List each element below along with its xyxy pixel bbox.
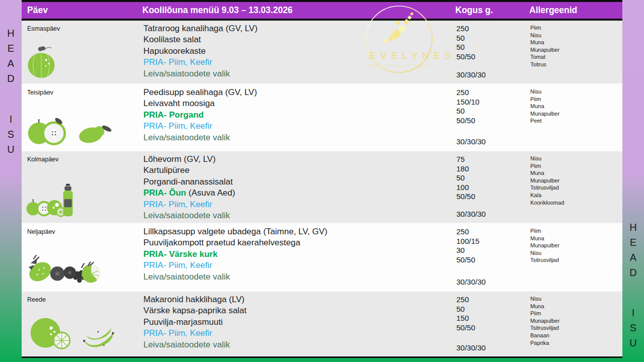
amount-cell: 250505050/5030/30/30 xyxy=(455,21,529,83)
amount-value: 50/50 xyxy=(456,52,529,62)
amount-bread-value: 30/30/30 xyxy=(456,278,529,287)
table-body: Esmaspäev Tatraroog kanalihaga (GV, LV)K… xyxy=(22,21,622,356)
allergens-cell: NisuMunaPiimMunapulberTsitrusviljadBanaa… xyxy=(529,292,622,356)
allergen-item: Tsitrus xyxy=(530,61,622,68)
allergen-item: Muna xyxy=(530,235,622,242)
left-banner: HEAD ISU xyxy=(0,0,22,362)
allergen-item: Tomat xyxy=(530,53,622,61)
menu-item: Kartulipüree xyxy=(143,165,455,176)
menu-item: Hapukoorekaste xyxy=(143,46,455,57)
amount-value: 75 xyxy=(456,155,529,164)
amount-value: 180 xyxy=(456,164,529,174)
allergen-item: Paprika xyxy=(530,339,622,347)
menu-item: Porgandi-ananassisalat xyxy=(143,176,455,188)
banner-letter: A xyxy=(8,58,14,69)
menu-item: Koolilaste salat xyxy=(143,34,455,45)
allergen-item: Kala xyxy=(530,192,622,199)
day-cell: Reede xyxy=(22,292,142,356)
menu-page: HEAD ISU Päev Koolilõuna menüü 9.03 – 13… xyxy=(0,0,644,362)
allergen-item: Nisu xyxy=(530,155,622,162)
amount-value: 30 xyxy=(456,246,529,255)
amount-value: 50 xyxy=(456,43,529,52)
banner-letter: D xyxy=(7,73,14,84)
day-cell: Kolmapäev xyxy=(22,151,142,223)
amount-value: 250 xyxy=(456,227,529,237)
menu-item: PRIA- Õun (Asuva Aed) xyxy=(143,188,455,199)
banner-letter: S xyxy=(630,322,636,334)
menu-item: Puuviljakompott praetud kaerahelvestega xyxy=(143,237,455,248)
day-label: Esmaspäev xyxy=(27,25,142,32)
allergen-item: Nisu xyxy=(530,249,622,257)
menu-item: Tatraroog kanalihaga (GV, LV) xyxy=(143,23,455,34)
amount-cell: 2505015050/5030/30/30 xyxy=(455,292,529,356)
apple-pear-illustration-icon xyxy=(26,108,115,146)
menu-cell: Lõhevorm (GV, LV)KartulipüreePorgandi-an… xyxy=(142,151,455,223)
allergen-item: Koorikloomad xyxy=(530,199,622,207)
allergen-item: Nisu xyxy=(530,32,622,39)
day-label: Kolmapäev xyxy=(27,156,142,163)
menu-item: PRIA- Piim, Keefir xyxy=(143,121,455,132)
amount-bread-value: 30/30/30 xyxy=(456,137,529,147)
menu-cell: Makaronid hakklihaga (LV)Värske kapsa-pa… xyxy=(142,292,455,356)
menu-item-suffix: (Asuva Aed) xyxy=(186,188,235,198)
header-amount: Kogus g. xyxy=(455,5,529,16)
allergen-item: Piim xyxy=(530,24,622,32)
menu-item: Leiva/saiatoodete valik xyxy=(143,272,455,283)
menu-item: Leiva/saiatoodete valik xyxy=(143,210,455,221)
menu-item: Lõhevorm (GV, LV) xyxy=(143,154,455,165)
menu-item: Lillkapsasupp valgete ubadega (Taimne, L… xyxy=(143,226,455,237)
menu-item: PRIA- Värske kurk xyxy=(143,249,455,260)
menu-item: Värske kapsa-paprika salat xyxy=(143,305,455,316)
menu-row: Teisipäev Peedisupp sealihaga (GV, LV)Le… xyxy=(22,83,622,150)
right-banner-head-text: HEAD xyxy=(622,222,644,279)
menu-item: Makaronid hakklihaga (LV) xyxy=(143,294,455,305)
allergen-item: Munapulber xyxy=(530,177,622,185)
menu-row: Esmaspäev Tatraroog kanalihaga (GV, LV)K… xyxy=(22,21,622,83)
allergen-item: Muna xyxy=(530,103,622,110)
left-banner-head-text: HEAD xyxy=(0,28,22,84)
allergen-item: Piim xyxy=(530,162,622,170)
allergen-item: Muna xyxy=(530,303,622,310)
menu-item: PRIA- Piim, Keefir xyxy=(143,57,455,68)
allergen-item: Munapulber xyxy=(530,317,622,325)
amount-cell: 250100/153050/5030/30/30 xyxy=(455,224,529,291)
day-cell: Esmaspäev xyxy=(22,21,142,83)
header-allergens: Allergeenid xyxy=(529,5,622,16)
header-day: Päev xyxy=(22,5,142,16)
menu-item: PRIA- Porgand xyxy=(143,110,455,121)
allergens-cell: NisuPiimMunaMunapulberTsitrusviljadKalaK… xyxy=(529,151,622,223)
allergen-item: Banaan xyxy=(530,332,622,339)
menu-item: Leivavaht moosiga xyxy=(143,98,455,109)
banner-letter: I xyxy=(10,114,13,125)
day-label: Neljapäev xyxy=(27,228,142,235)
table-header-row: Päev Koolilõuna menüü 9.03 – 13.03.2026 … xyxy=(22,2,622,21)
allergen-item: Nisu xyxy=(530,295,622,303)
amount-value: 50/50 xyxy=(456,116,529,126)
amount-bread-value: 30/30/30 xyxy=(456,343,529,353)
amount-value: 250 xyxy=(456,24,529,34)
allergens-cell: PiimNisuMunaMunapulberTomatTsitrus xyxy=(529,21,622,83)
allergen-item: Muna xyxy=(530,169,622,177)
amount-value: 50 xyxy=(456,34,529,43)
menu-item: Leiva/saiatoodete valik xyxy=(143,132,455,143)
allergen-item: Piim xyxy=(530,96,622,103)
menu-item: PRIA- Piim, Keefir xyxy=(143,199,455,210)
allergen-item: Peet xyxy=(530,117,622,125)
amount-value: 50 xyxy=(456,305,529,314)
menu-table: Päev Koolilõuna menüü 9.03 – 13.03.2026 … xyxy=(22,0,622,358)
menu-row: Neljapäev Lillkapsasupp valgete ubadega … xyxy=(22,223,622,291)
amount-value: 50/50 xyxy=(456,255,529,265)
amount-value: 250 xyxy=(456,88,529,98)
pumpkin-illustration-icon xyxy=(26,45,57,79)
amount-value: 150 xyxy=(456,314,529,323)
menu-cell: Tatraroog kanalihaga (GV, LV)Koolilaste … xyxy=(142,21,455,83)
menu-item: PRIA- Piim, Keefir xyxy=(143,328,455,339)
allergen-item: Nisu xyxy=(530,88,622,96)
banner-letter: S xyxy=(8,129,14,140)
amount-cell: 751805010050/5030/30/30 xyxy=(455,151,529,223)
banner-letter: I xyxy=(632,307,635,319)
day-cell: Teisipäev xyxy=(22,84,142,150)
right-banner-isu-text: ISU xyxy=(622,307,644,349)
allergen-item: Piim xyxy=(530,310,622,317)
day-cell: Neljapäev xyxy=(22,224,142,291)
